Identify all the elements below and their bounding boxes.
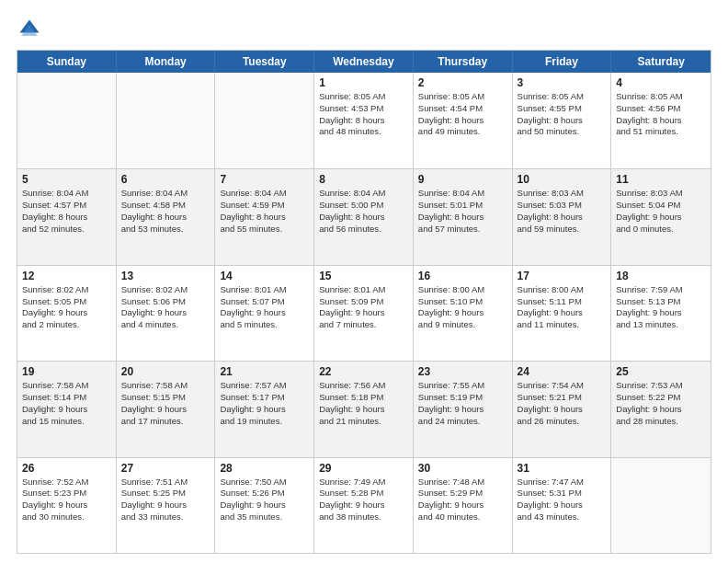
day-info: Sunrise: 7:51 AM Sunset: 5:25 PM Dayligh…: [121, 477, 210, 523]
day-info: Sunrise: 7:50 AM Sunset: 5:26 PM Dayligh…: [220, 477, 309, 523]
day-info: Sunrise: 7:48 AM Sunset: 5:29 PM Dayligh…: [418, 477, 507, 523]
day-info: Sunrise: 7:52 AM Sunset: 5:23 PM Dayligh…: [22, 477, 111, 523]
day-number: 13: [121, 270, 210, 282]
day-info: Sunrise: 8:03 AM Sunset: 5:04 PM Dayligh…: [616, 188, 706, 235]
day-number: 5: [22, 173, 111, 186]
day-info: Sunrise: 8:00 AM Sunset: 5:11 PM Dayligh…: [518, 284, 607, 331]
calendar-cell: 4Sunrise: 8:05 AM Sunset: 4:56 PM Daylig…: [611, 73, 711, 168]
day-number: 7: [220, 173, 309, 186]
day-number: 18: [616, 270, 706, 282]
calendar-cell: 8Sunrise: 8:04 AM Sunset: 5:00 PM Daylig…: [314, 169, 414, 264]
calendar-cell: 31Sunrise: 7:47 AM Sunset: 5:31 PM Dayli…: [513, 458, 612, 553]
page-header: [17, 17, 711, 42]
calendar-cell: 13Sunrise: 8:02 AM Sunset: 5:06 PM Dayli…: [117, 266, 216, 361]
day-number: 12: [22, 270, 111, 282]
day-info: Sunrise: 7:56 AM Sunset: 5:18 PM Dayligh…: [319, 380, 408, 427]
day-number: 4: [616, 76, 706, 89]
day-number: 24: [518, 365, 607, 378]
day-number: 6: [121, 173, 210, 186]
calendar-cell: 19Sunrise: 7:58 AM Sunset: 5:14 PM Dayli…: [17, 362, 117, 456]
day-number: 19: [22, 365, 111, 378]
calendar-cell: 9Sunrise: 8:04 AM Sunset: 5:01 PM Daylig…: [414, 169, 513, 264]
calendar-cell: 2Sunrise: 8:05 AM Sunset: 4:54 PM Daylig…: [414, 73, 513, 168]
weekday-header: Sunday: [17, 51, 117, 73]
calendar-cell: [215, 73, 314, 168]
calendar-cell: 21Sunrise: 7:57 AM Sunset: 5:17 PM Dayli…: [215, 362, 314, 456]
calendar-cell: [17, 73, 117, 168]
calendar-cell: 10Sunrise: 8:03 AM Sunset: 5:03 PM Dayli…: [513, 169, 612, 264]
day-info: Sunrise: 8:04 AM Sunset: 4:59 PM Dayligh…: [220, 188, 309, 235]
day-info: Sunrise: 8:02 AM Sunset: 5:06 PM Dayligh…: [121, 284, 210, 331]
calendar-week: 5Sunrise: 8:04 AM Sunset: 4:57 PM Daylig…: [17, 168, 711, 264]
day-number: 15: [319, 270, 408, 282]
calendar-header: SundayMondayTuesdayWednesdayThursdayFrid…: [17, 51, 711, 73]
weekday-header: Saturday: [611, 51, 711, 73]
weekday-header: Thursday: [414, 51, 513, 73]
day-number: 1: [319, 76, 408, 89]
calendar-week: 26Sunrise: 7:52 AM Sunset: 5:23 PM Dayli…: [17, 457, 711, 553]
day-info: Sunrise: 7:57 AM Sunset: 5:17 PM Dayligh…: [220, 380, 309, 427]
day-number: 23: [418, 365, 507, 378]
day-number: 30: [418, 462, 507, 475]
calendar-week: 12Sunrise: 8:02 AM Sunset: 5:05 PM Dayli…: [17, 265, 711, 361]
calendar-cell: 26Sunrise: 7:52 AM Sunset: 5:23 PM Dayli…: [17, 458, 117, 553]
day-info: Sunrise: 8:01 AM Sunset: 5:09 PM Dayligh…: [319, 284, 408, 331]
weekday-header: Wednesday: [314, 51, 414, 73]
calendar-cell: 3Sunrise: 8:05 AM Sunset: 4:55 PM Daylig…: [513, 73, 612, 168]
calendar-cell: 15Sunrise: 8:01 AM Sunset: 5:09 PM Dayli…: [314, 266, 414, 361]
day-number: 20: [121, 365, 210, 378]
calendar-page: SundayMondayTuesdayWednesdayThursdayFrid…: [0, 0, 728, 563]
calendar-cell: 17Sunrise: 8:00 AM Sunset: 5:11 PM Dayli…: [513, 266, 612, 361]
day-info: Sunrise: 7:55 AM Sunset: 5:19 PM Dayligh…: [418, 380, 507, 427]
day-info: Sunrise: 8:04 AM Sunset: 5:01 PM Dayligh…: [418, 188, 507, 235]
day-info: Sunrise: 7:49 AM Sunset: 5:28 PM Dayligh…: [319, 477, 408, 523]
day-number: 14: [220, 270, 309, 282]
calendar-cell: 5Sunrise: 8:04 AM Sunset: 4:57 PM Daylig…: [17, 169, 117, 264]
day-info: Sunrise: 8:04 AM Sunset: 5:00 PM Dayligh…: [319, 188, 408, 235]
day-number: 11: [616, 173, 706, 186]
calendar-cell: 16Sunrise: 8:00 AM Sunset: 5:10 PM Dayli…: [414, 266, 513, 361]
calendar-cell: 1Sunrise: 8:05 AM Sunset: 4:53 PM Daylig…: [314, 73, 414, 168]
calendar-week: 19Sunrise: 7:58 AM Sunset: 5:14 PM Dayli…: [17, 361, 711, 456]
calendar-cell: 25Sunrise: 7:53 AM Sunset: 5:22 PM Dayli…: [611, 362, 711, 456]
calendar-cell: 29Sunrise: 7:49 AM Sunset: 5:28 PM Dayli…: [314, 458, 414, 553]
calendar-cell: 27Sunrise: 7:51 AM Sunset: 5:25 PM Dayli…: [117, 458, 216, 553]
day-number: 8: [319, 173, 408, 186]
day-info: Sunrise: 8:05 AM Sunset: 4:56 PM Dayligh…: [616, 91, 706, 138]
day-number: 16: [418, 270, 507, 282]
calendar-cell: 14Sunrise: 8:01 AM Sunset: 5:07 PM Dayli…: [215, 266, 314, 361]
day-info: Sunrise: 8:01 AM Sunset: 5:07 PM Dayligh…: [220, 284, 309, 331]
weekday-header: Friday: [513, 51, 612, 73]
calendar-cell: 24Sunrise: 7:54 AM Sunset: 5:21 PM Dayli…: [513, 362, 612, 456]
calendar-cell: 22Sunrise: 7:56 AM Sunset: 5:18 PM Dayli…: [314, 362, 414, 456]
calendar-cell: 6Sunrise: 8:04 AM Sunset: 4:58 PM Daylig…: [117, 169, 216, 264]
calendar-cell: [117, 73, 216, 168]
day-number: 22: [319, 365, 408, 378]
calendar-cell: 20Sunrise: 7:58 AM Sunset: 5:15 PM Dayli…: [117, 362, 216, 456]
day-info: Sunrise: 8:05 AM Sunset: 4:54 PM Dayligh…: [418, 91, 507, 138]
day-info: Sunrise: 8:05 AM Sunset: 4:55 PM Dayligh…: [518, 91, 607, 138]
day-number: 17: [518, 270, 607, 282]
calendar-cell: 30Sunrise: 7:48 AM Sunset: 5:29 PM Dayli…: [414, 458, 513, 553]
day-number: 21: [220, 365, 309, 378]
day-info: Sunrise: 8:04 AM Sunset: 4:57 PM Dayligh…: [22, 188, 111, 235]
day-info: Sunrise: 7:53 AM Sunset: 5:22 PM Dayligh…: [616, 380, 706, 427]
calendar-cell: [611, 458, 711, 553]
day-number: 10: [518, 173, 607, 186]
weekday-header: Tuesday: [215, 51, 314, 73]
day-info: Sunrise: 7:47 AM Sunset: 5:31 PM Dayligh…: [518, 477, 607, 523]
calendar: SundayMondayTuesdayWednesdayThursdayFrid…: [17, 50, 711, 554]
day-info: Sunrise: 8:00 AM Sunset: 5:10 PM Dayligh…: [418, 284, 507, 331]
day-number: 2: [418, 76, 507, 89]
day-info: Sunrise: 8:02 AM Sunset: 5:05 PM Dayligh…: [22, 284, 111, 331]
calendar-cell: 23Sunrise: 7:55 AM Sunset: 5:19 PM Dayli…: [414, 362, 513, 456]
day-info: Sunrise: 8:03 AM Sunset: 5:03 PM Dayligh…: [518, 188, 607, 235]
calendar-body: 1Sunrise: 8:05 AM Sunset: 4:53 PM Daylig…: [17, 73, 711, 553]
day-info: Sunrise: 7:58 AM Sunset: 5:15 PM Dayligh…: [121, 380, 210, 427]
calendar-week: 1Sunrise: 8:05 AM Sunset: 4:53 PM Daylig…: [17, 73, 711, 168]
day-info: Sunrise: 7:59 AM Sunset: 5:13 PM Dayligh…: [616, 284, 706, 331]
day-number: 9: [418, 173, 507, 186]
day-number: 27: [121, 462, 210, 475]
day-info: Sunrise: 8:04 AM Sunset: 4:58 PM Dayligh…: [121, 188, 210, 235]
logo-icon: [17, 17, 42, 42]
